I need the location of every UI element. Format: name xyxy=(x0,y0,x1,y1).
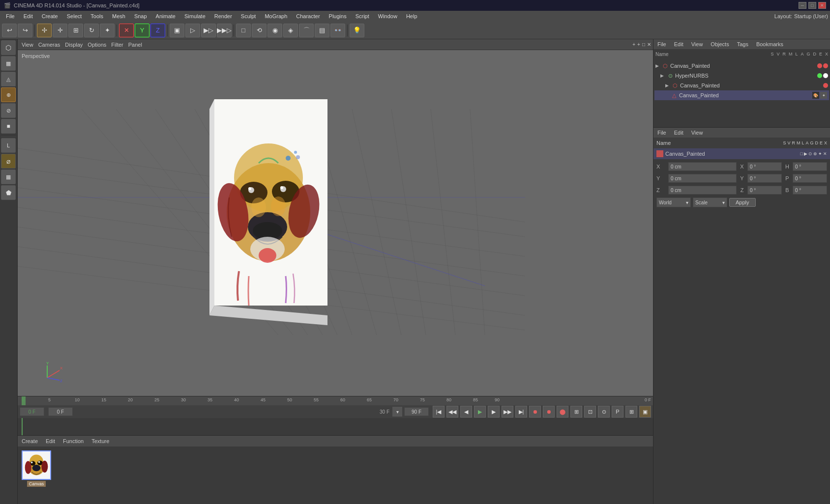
x-rot-field[interactable]: 0 ° xyxy=(747,162,782,171)
menu-tools[interactable]: Tools xyxy=(87,12,107,20)
sidebar-object-btn[interactable]: ⬡ xyxy=(1,40,16,55)
obj-menu-view[interactable]: View xyxy=(689,41,705,47)
lights-btn[interactable]: ◉ xyxy=(267,24,282,37)
menu-mesh[interactable]: Mesh xyxy=(108,12,129,20)
material-canvas-item[interactable]: Canvas xyxy=(22,450,51,486)
obj-menu-bookmarks[interactable]: Bookmarks xyxy=(754,41,785,47)
misc-btn-1[interactable]: ⊞ xyxy=(570,406,582,418)
space-dropdown[interactable]: World ▾ xyxy=(656,197,691,207)
sidebar-wireframe-btn[interactable]: ◬ xyxy=(1,72,16,86)
menu-script[interactable]: Script xyxy=(352,12,373,20)
selected-object-row[interactable]: Canvas_Painted □ ▶ ⊙ ⊕ ✦ ✕ xyxy=(653,148,830,159)
sidebar-scale-btn[interactable]: ■ xyxy=(1,119,16,134)
menu-sculpt[interactable]: Sculpt xyxy=(237,12,260,20)
auto-key-btn[interactable]: ⬤ xyxy=(557,406,568,418)
deform-btn[interactable]: ◈ xyxy=(283,24,298,37)
frame-indicator-2[interactable]: 0 F xyxy=(48,407,73,416)
vp-menu-filter[interactable]: Filter xyxy=(109,42,125,48)
misc-btn-6[interactable]: ▣ xyxy=(639,406,651,418)
array-btn[interactable]: ▤ xyxy=(315,24,329,37)
prev-key-btn[interactable]: ◀◀ xyxy=(446,406,458,418)
vp-close-icon[interactable]: ✕ xyxy=(647,42,651,47)
obj-row-canvas-grandchild[interactable]: △ Canvas_Painted 🎨 ✦ xyxy=(654,90,829,100)
obj-row-hypernurbs[interactable]: ▶ ⊙ HyperNURBS xyxy=(654,71,829,81)
vp-menu-panel[interactable]: Panel xyxy=(126,42,144,48)
scale-tool-button[interactable]: ⊞ xyxy=(68,24,83,37)
y-btn[interactable]: Y xyxy=(135,24,149,37)
z-rot-field[interactable]: 0 ° xyxy=(747,186,782,195)
expand-icon-1[interactable]: ▶ xyxy=(655,63,660,68)
x-position-field[interactable]: 0 cm xyxy=(668,162,737,171)
redo-button[interactable]: ↪ xyxy=(18,24,32,37)
menu-help[interactable]: Help xyxy=(402,12,421,20)
undo-button[interactable]: ↩ xyxy=(2,24,17,37)
h-field[interactable]: 0 ° xyxy=(793,162,827,171)
sidebar-select-btn[interactable]: ⊕ xyxy=(1,87,16,102)
render-button-2[interactable]: ▶▷ xyxy=(201,24,216,37)
menu-animate[interactable]: Animate xyxy=(152,12,179,20)
attr-menu-edit[interactable]: Edit xyxy=(672,130,685,136)
menu-plugins[interactable]: Plugins xyxy=(325,12,351,20)
prev-frame-btn[interactable]: ◀ xyxy=(460,406,472,418)
obj-menu-objects[interactable]: Objects xyxy=(709,41,731,47)
expand-icon-3[interactable]: ▶ xyxy=(665,83,670,88)
x-btn[interactable]: ✕ xyxy=(119,24,134,37)
misc-btn-2[interactable]: ⊡ xyxy=(584,406,596,418)
end-frame-field[interactable]: 90 F xyxy=(404,407,429,416)
vp-plus-icon[interactable]: + xyxy=(637,42,640,47)
menu-character[interactable]: Character xyxy=(292,12,324,20)
menu-simulate[interactable]: Simulate xyxy=(180,12,209,20)
menu-create[interactable]: Create xyxy=(38,12,62,20)
obj-menu-tags[interactable]: Tags xyxy=(735,41,750,47)
menu-file[interactable]: File xyxy=(2,12,19,20)
select-tool-button[interactable]: ✢ xyxy=(37,24,52,37)
vp-menu-cameras[interactable]: Cameras xyxy=(36,42,62,48)
next-frame-btn[interactable]: ▶ xyxy=(488,406,500,418)
menu-mograph[interactable]: MoGraph xyxy=(261,12,291,20)
camera-btn[interactable]: ⟲ xyxy=(252,24,267,37)
sidebar-tool-3[interactable]: ▦ xyxy=(1,169,16,184)
z-position-field[interactable]: 0 cm xyxy=(668,186,737,195)
mode-dropdown[interactable]: Scale ▾ xyxy=(693,197,727,207)
attr-menu-view[interactable]: View xyxy=(689,130,705,136)
menu-window[interactable]: Window xyxy=(374,12,401,20)
go-end-btn[interactable]: ▶| xyxy=(515,406,527,418)
minimize-button[interactable]: ─ xyxy=(799,2,806,9)
vp-window-icon[interactable]: □ xyxy=(642,42,645,47)
p-field[interactable]: 0 ° xyxy=(793,174,827,183)
record-key-btn[interactable]: ⏺ xyxy=(543,406,555,418)
rotate-tool-button[interactable]: ↻ xyxy=(84,24,99,37)
next-key-btn[interactable]: ▶▶ xyxy=(502,406,513,418)
current-frame-field[interactable]: 0 F xyxy=(20,407,44,416)
y-rot-field[interactable]: 0 ° xyxy=(747,174,782,183)
mat-menu-create[interactable]: Create xyxy=(20,438,40,444)
b-field[interactable]: 0 ° xyxy=(793,186,827,195)
sidebar-grid-btn[interactable]: ▦ xyxy=(1,56,16,71)
vp-menu-view[interactable]: View xyxy=(20,42,35,48)
vp-expand-icon[interactable]: + xyxy=(632,42,635,47)
render-button-3[interactable]: ▶▶▷ xyxy=(217,24,232,37)
play-btn[interactable]: ▶ xyxy=(474,406,486,418)
menu-snap[interactable]: Snap xyxy=(130,12,151,20)
maximize-button[interactable]: □ xyxy=(808,2,816,9)
mat-menu-texture[interactable]: Texture xyxy=(89,438,111,444)
mat-menu-edit[interactable]: Edit xyxy=(44,438,57,444)
vp-menu-display[interactable]: Display xyxy=(63,42,85,48)
sidebar-tool-4[interactable]: ⬟ xyxy=(1,185,16,200)
attr-menu-file[interactable]: File xyxy=(655,130,668,136)
z-btn[interactable]: Z xyxy=(150,24,165,37)
vp-menu-options[interactable]: Options xyxy=(86,42,108,48)
misc-btn-5[interactable]: ⊞ xyxy=(625,406,637,418)
close-button[interactable]: ✕ xyxy=(818,2,826,9)
sidebar-tool-2[interactable]: ⌀ xyxy=(1,154,16,168)
obj-menu-file[interactable]: File xyxy=(655,41,668,47)
timeline-playhead[interactable] xyxy=(22,418,23,435)
y-position-field[interactable]: 0 cm xyxy=(668,174,737,183)
transform-button[interactable]: ✦ xyxy=(100,24,115,37)
misc-btn-3[interactable]: ⊙ xyxy=(598,406,610,418)
menu-select[interactable]: Select xyxy=(63,12,86,20)
spline-btn[interactable]: ⌒ xyxy=(299,24,314,37)
mat-menu-function[interactable]: Function xyxy=(61,438,86,444)
record-btn[interactable]: ⏺ xyxy=(529,406,541,418)
sidebar-move-btn[interactable]: ⊘ xyxy=(1,103,16,118)
